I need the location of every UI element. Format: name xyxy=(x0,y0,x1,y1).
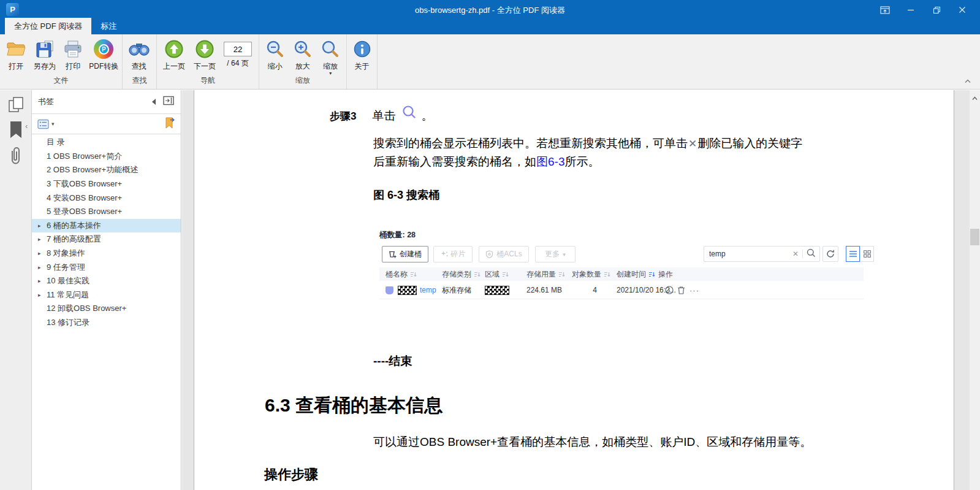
ribbon-group-file: 打开 另存为 打印 P xyxy=(0,34,123,89)
toc-item[interactable]: ▸9 任务管理 xyxy=(32,260,181,274)
toc-item[interactable]: 4 安装OBS Browser+ xyxy=(32,191,181,205)
list-view-toggle[interactable] xyxy=(846,246,860,262)
toc-item[interactable]: 3 下载OBS Browser+ xyxy=(32,177,181,191)
column-header[interactable]: 存储用量 xyxy=(526,267,565,281)
attachments-icon[interactable] xyxy=(8,147,23,169)
step-3-line: 步骤3 单击 。 xyxy=(330,105,433,127)
toc-item[interactable]: 5 登录OBS Browser+ xyxy=(32,205,181,219)
goto-bookmark-icon[interactable] xyxy=(164,117,175,131)
figure-caption: 图 6-3 搜索桶 xyxy=(373,188,439,202)
restore-button[interactable] xyxy=(924,2,949,18)
sort-icon-active xyxy=(648,271,655,278)
page-number-input[interactable] xyxy=(224,42,252,56)
bucket-icon xyxy=(386,281,393,299)
collapse-ribbon-icon[interactable] xyxy=(964,75,971,86)
toc-item[interactable]: ▸8 对象操作 xyxy=(32,247,181,261)
toc-item[interactable]: 12 卸载OBS Browser+ xyxy=(32,302,181,316)
sort-icon xyxy=(474,271,481,278)
scrollbar-thumb[interactable] xyxy=(970,229,979,245)
delete-bucket-icon[interactable] xyxy=(677,281,685,299)
ribbon-group-about: 关于 xyxy=(347,34,378,89)
row-more-actions[interactable]: ··· xyxy=(689,281,699,299)
refresh-icon xyxy=(826,250,835,258)
expand-caret-icon[interactable]: ▸ xyxy=(38,278,41,284)
bucket-search-input[interactable]: temp ✕ xyxy=(704,246,820,262)
grid-view-toggle[interactable] xyxy=(860,246,874,262)
expand-caret-icon[interactable]: ▸ xyxy=(38,292,41,298)
paragraph-1: 搜索到的桶会显示在桶列表中。若想重新搜索其他桶，可单击✕删除已输入的关键字 后重… xyxy=(373,134,802,170)
more-button[interactable]: 更多 ▾ xyxy=(535,246,575,262)
search-magnifier-icon xyxy=(401,105,417,123)
zoom-in-button[interactable]: 放大 xyxy=(289,37,316,72)
column-header: 操作 xyxy=(658,267,673,281)
vertical-scrollbar[interactable] xyxy=(970,90,980,490)
prev-page-button[interactable]: 上一页 xyxy=(159,37,189,72)
expand-caret-icon[interactable]: ▸ xyxy=(38,264,41,270)
find-button[interactable]: 查找 xyxy=(124,37,153,72)
ribbon-group-nav: 上一页 下一页 / 64 页 导航 xyxy=(157,34,259,89)
open-button[interactable]: 打开 xyxy=(2,37,31,72)
bucket-info-icon[interactable] xyxy=(665,281,674,299)
toc-item[interactable]: 13 修订记录 xyxy=(32,316,181,330)
about-button[interactable]: 关于 xyxy=(349,37,375,72)
clear-search-icon[interactable]: ✕ xyxy=(792,250,799,258)
ribbon-group-find: 查找 查找 xyxy=(123,34,157,89)
column-header-sorted[interactable]: 创建时间 xyxy=(617,267,655,281)
close-button[interactable] xyxy=(949,2,975,18)
sort-icon xyxy=(558,271,565,278)
toc-item[interactable]: 目 录 xyxy=(32,136,181,150)
zoom-out-button[interactable]: 缩小 xyxy=(261,37,289,72)
ribbon-group-zoom: 缩小 放大 缩放 ▾ 缩放 xyxy=(259,34,347,89)
bucket-name-link[interactable]: temp xyxy=(420,281,436,299)
bookmarks-panel-icon[interactable] xyxy=(8,121,24,142)
minimize-button[interactable] xyxy=(898,2,924,18)
save-as-button[interactable]: 另存为 xyxy=(31,37,59,72)
collapse-panel-icon[interactable] xyxy=(152,99,156,105)
toc-item[interactable]: ▸11 常见问题 xyxy=(32,288,181,302)
next-page-button[interactable]: 下一页 xyxy=(189,37,220,72)
page-thumbnails-icon[interactable] xyxy=(8,96,25,116)
figure-6-3-link[interactable]: 图6-3 xyxy=(536,155,564,168)
tab-main[interactable]: 全方位 PDF 阅读器 xyxy=(5,18,91,34)
expand-caret-icon[interactable]: ▸ xyxy=(38,236,41,242)
tab-annotate[interactable]: 标注 xyxy=(91,18,126,34)
app-window: P obs-browsertg-zh.pdf - 全方位 PDF 阅读器 全方位… xyxy=(0,0,980,490)
object-count-cell: 4 xyxy=(582,281,597,299)
bucket-acls-button[interactable]: 桶ACLs xyxy=(479,246,529,262)
up-arrow-icon xyxy=(164,39,184,59)
window-controls xyxy=(872,2,975,18)
bookmark-options-dropdown[interactable]: ▾ xyxy=(37,119,55,129)
search-icon[interactable] xyxy=(807,248,816,259)
sidebar-toolbar: ▾ xyxy=(32,114,181,134)
column-header[interactable]: 区域 xyxy=(485,267,509,281)
fragments-button[interactable]: 碎片 xyxy=(433,246,473,262)
scroll-up-arrow[interactable] xyxy=(970,92,980,103)
binoculars-icon xyxy=(129,39,150,59)
create-bucket-button[interactable]: 创建桶 xyxy=(382,246,428,262)
toc-item[interactable]: 2 OBS Browser+功能概述 xyxy=(32,163,181,177)
step-label: 步骤3 xyxy=(330,109,356,123)
bucket-table-row[interactable]: temp 标准存储 224.61 MB 4 2021/10/20 16:2... xyxy=(379,281,864,299)
refresh-button[interactable] xyxy=(822,246,838,262)
toc-list: 目 录 1 OBS Browser+简介 2 OBS Browser+功能概述 … xyxy=(32,136,181,329)
pdf-convert-button[interactable]: P PDF转换 xyxy=(88,37,120,72)
column-header[interactable]: 对象数量 xyxy=(572,267,610,281)
print-button[interactable]: 打印 xyxy=(59,37,88,72)
ribbon-toolbar: 打开 另存为 打印 P xyxy=(0,34,980,90)
toc-item[interactable]: ▸7 桶的高级配置 xyxy=(32,232,181,247)
document-viewport: 步骤3 单击 。 搜索到的桶会显示在桶列表中。若想重新搜索其他桶，可单击✕删除已… xyxy=(182,90,980,490)
open-folder-icon xyxy=(6,39,26,59)
grid-view-icon xyxy=(864,250,871,258)
toc-item[interactable]: 1 OBS Browser+简介 xyxy=(32,150,181,164)
section-paragraph: 可以通过OBS Browser+查看桶的基本信息，如桶类型、账户ID、区域和存储… xyxy=(373,433,811,451)
ribbon-display-options-icon[interactable] xyxy=(872,2,898,18)
zoom-dropdown-button[interactable]: 缩放 ▾ xyxy=(317,37,344,75)
expand-caret-icon[interactable]: ▸ xyxy=(38,223,41,229)
save-icon xyxy=(34,39,55,59)
dock-panel-icon[interactable] xyxy=(163,96,175,108)
column-header[interactable]: 桶名称 xyxy=(386,267,417,281)
expand-caret-icon[interactable]: ▸ xyxy=(38,250,41,256)
toc-item[interactable]: ▸10 最佳实践 xyxy=(32,274,181,288)
column-header[interactable]: 存储类别 xyxy=(442,267,481,281)
toc-item-selected[interactable]: ▸6 桶的基本操作 xyxy=(32,219,181,233)
